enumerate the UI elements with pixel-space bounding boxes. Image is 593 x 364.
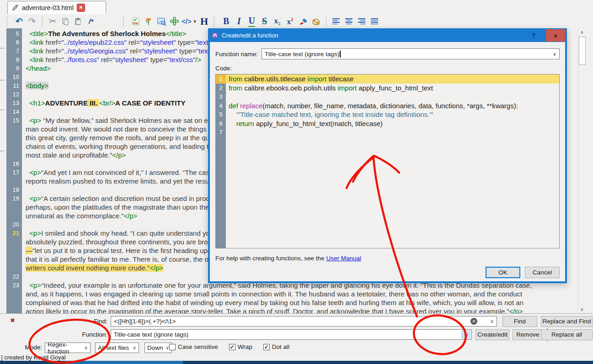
function-code-lines: 1from calibre.utils.titlecase import tit… — [216, 74, 559, 137]
redo-button[interactable]: ↷ — [27, 16, 37, 27]
function-combo-arrow[interactable]: ∨ — [462, 330, 471, 339]
function-name-label: Function name: — [215, 51, 258, 58]
smart-comment-button[interactable]: /* — [85, 16, 96, 27]
dialog-close-button[interactable]: x — [546, 29, 565, 42]
tulip-icon — [144, 17, 153, 26]
files-select[interactable]: All text files∨ — [95, 343, 139, 353]
underline-icon: U — [248, 16, 255, 27]
direction-select[interactable]: Down∨ — [144, 343, 172, 353]
user-manual-link[interactable]: User Manual — [326, 255, 361, 262]
mode-select[interactable]: Regex-function∨ — [45, 343, 91, 353]
align-left-icon — [332, 18, 340, 25]
chevron-down-icon[interactable]: ∨ — [490, 318, 494, 324]
tab-close-icon[interactable]: ✕ — [77, 4, 85, 12]
bold-button[interactable]: B — [221, 16, 232, 27]
align-right-button[interactable] — [357, 16, 368, 27]
align-justify-icon — [371, 18, 379, 25]
special-character-icon — [170, 17, 179, 26]
toolbar-separator — [42, 16, 43, 26]
replace-all-button[interactable]: Replace all — [541, 329, 593, 340]
insert-image-button[interactable] — [143, 16, 154, 27]
replace-and-find-button[interactable]: Replace and Find — [541, 316, 593, 327]
ok-button[interactable]: OK — [486, 267, 520, 278]
remove-button[interactable]: Remove — [513, 329, 543, 340]
view-image-button[interactable] — [156, 16, 167, 27]
paintbrush-icon — [299, 17, 308, 26]
function-label: Function: — [55, 331, 107, 338]
underline-button[interactable]: U — [246, 16, 257, 27]
dialog-help-text: For help with creating functions, see th… — [215, 255, 361, 262]
function-code-line[interactable]: 7 — [216, 128, 559, 137]
function-name-input[interactable]: Title-case text (ignore tags) ∨ — [262, 48, 560, 59]
function-code-line[interactable]: 2from calibre.ebooks.oeb.polish.utils im… — [216, 84, 559, 93]
dot-all-checkbox-label: Dot all — [272, 343, 289, 350]
create-edit-button[interactable]: Create/edit — [475, 329, 509, 340]
dialog-help-button[interactable]: ? — [524, 29, 543, 42]
comment-icon: /* — [89, 17, 93, 25]
function-code-line[interactable]: 5 '''Title-case matched text, ignoring t… — [216, 110, 559, 119]
copy-button[interactable] — [60, 16, 71, 27]
function-code-line[interactable]: 1from calibre.utils.titlecase import tit… — [216, 74, 559, 84]
insert-special-character-button[interactable] — [169, 16, 180, 27]
calibre-editor-window: adventure-03.html ✕ ↶ ↷ ✂ /* — [0, 0, 593, 364]
function-code-editor[interactable]: 1from calibre.utils.titlecase import tit… — [215, 74, 560, 248]
insert-tag-button[interactable]: </> ▼ — [182, 16, 197, 27]
editor-line[interactable]: action likely to occur to the imaginatio… — [6, 307, 586, 313]
cancel-button[interactable]: Cancel — [525, 267, 560, 278]
tab-adventure-03[interactable]: adventure-03.html ✕ — [7, 1, 106, 14]
splitter-tick — [0, 48, 5, 48]
check-html-button[interactable]: HTML — [130, 16, 141, 27]
chevron-down-icon[interactable]: ∨ — [553, 51, 556, 57]
function-name-value: Title-case text (ignore tags) — [265, 51, 339, 58]
status-bar: ] created by Kovid Goyal — [0, 354, 593, 361]
status-text: ] created by Kovid Goyal — [1, 354, 66, 361]
strikethrough-button[interactable]: S — [259, 16, 270, 27]
case-sensitive-checkbox[interactable] — [169, 344, 176, 350]
align-justify-button[interactable] — [369, 16, 380, 27]
clear-search-icon[interactable]: ✕ — [470, 318, 477, 325]
heading-button[interactable]: H — [199, 16, 210, 27]
align-center-button[interactable] — [344, 16, 355, 27]
scissors-icon: ✂ — [49, 17, 56, 26]
scrollbar-thumb[interactable] — [579, 37, 586, 65]
toolbar-separator — [326, 16, 326, 26]
left-panel-edge — [0, 28, 7, 354]
dialog-title-bar[interactable]: Create/edit a function ? x — [208, 28, 567, 42]
chevron-down-icon: ∨ — [133, 345, 136, 351]
function-code-line[interactable]: 3 — [216, 92, 559, 101]
find-button[interactable]: Find — [502, 316, 537, 327]
function-code-line[interactable]: 4def replace(match, number, file_name, m… — [216, 101, 559, 111]
subscript-button[interactable]: x2 — [272, 16, 283, 27]
strikethrough-icon: S — [262, 16, 267, 26]
svg-text:HTML: HTML — [133, 22, 139, 25]
wrap-checkbox[interactable]: ✓ — [229, 344, 235, 350]
copy-icon — [61, 17, 69, 26]
find-input[interactable]: <([Hh][1-6])>(.+?)</\1> ✕ ∨ — [111, 316, 497, 327]
function-combo[interactable]: Title-case text (ignore tags) ∨ — [111, 329, 472, 340]
fill-color-button[interactable] — [310, 16, 321, 27]
scroll-up-icon[interactable]: ∧ — [578, 28, 586, 36]
paste-button[interactable] — [73, 16, 84, 27]
dialog-title: Create/edit a function — [222, 32, 278, 39]
code-label: Code: — [215, 65, 232, 72]
italic-icon: I — [237, 16, 241, 26]
function-code-line[interactable]: 6 return apply_func_to_html_text(match, … — [216, 119, 559, 128]
color-fill-icon — [311, 17, 321, 26]
italic-button[interactable]: I — [234, 16, 245, 27]
undo-button[interactable]: ↶ — [14, 16, 25, 27]
editor-scrollbar[interactable]: ∧ ∨ — [578, 28, 586, 313]
subscript-icon: x2 — [274, 16, 281, 26]
dot-all-checkbox[interactable]: ✓ — [263, 344, 270, 350]
superscript-button[interactable]: x2 — [285, 16, 296, 27]
toolbar: ↶ ↷ ✂ /* HTML — [0, 14, 593, 28]
style-text-button[interactable] — [298, 16, 309, 27]
cut-button[interactable]: ✂ — [47, 16, 58, 27]
scroll-down-icon[interactable]: ∨ — [578, 306, 586, 313]
align-left-button[interactable] — [331, 16, 342, 27]
editor-line[interactable]: and, as it happens, I was engaged in cle… — [6, 290, 586, 298]
case-sensitive-checkbox-label: Case sensitive — [178, 343, 218, 350]
close-search-icon[interactable]: ✖ — [10, 317, 15, 324]
editor-line[interactable]: complained of was that he had drifted in… — [6, 298, 586, 307]
mode-label: Mode: — [14, 344, 42, 351]
align-center-icon — [345, 18, 353, 25]
